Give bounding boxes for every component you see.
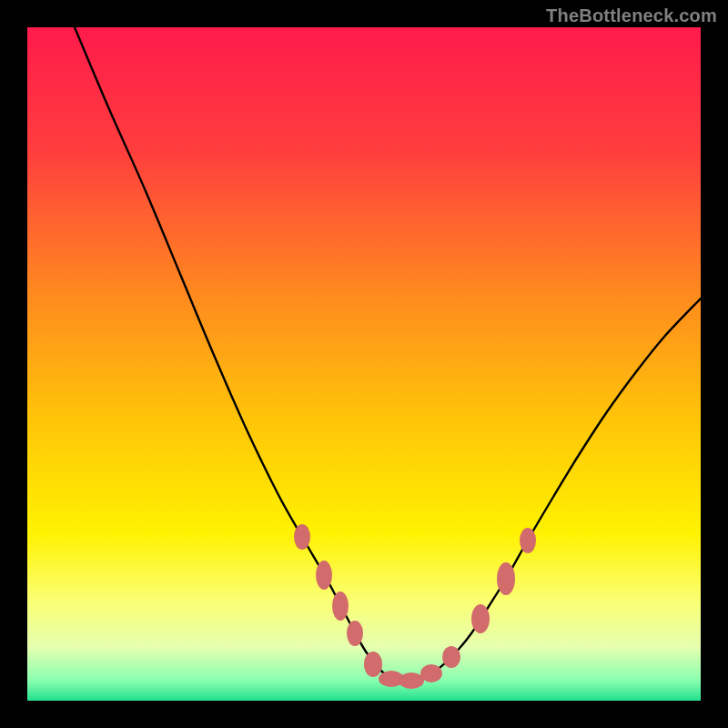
bottleneck-curve-chart [27, 27, 701, 701]
curve-marker [497, 562, 515, 595]
curve-marker [471, 604, 490, 633]
curve-marker [364, 652, 382, 677]
curve-marker [399, 672, 424, 689]
curve-marker [442, 646, 460, 668]
curve-marker [294, 524, 310, 550]
curve-marker [332, 592, 349, 621]
curve-marker [520, 528, 536, 553]
curve-marker [347, 621, 363, 646]
chart-frame [27, 27, 701, 701]
gradient-background [27, 27, 701, 701]
curve-marker [316, 561, 332, 590]
curve-marker [420, 664, 442, 682]
watermark-text: TheBottleneck.com [546, 5, 717, 26]
